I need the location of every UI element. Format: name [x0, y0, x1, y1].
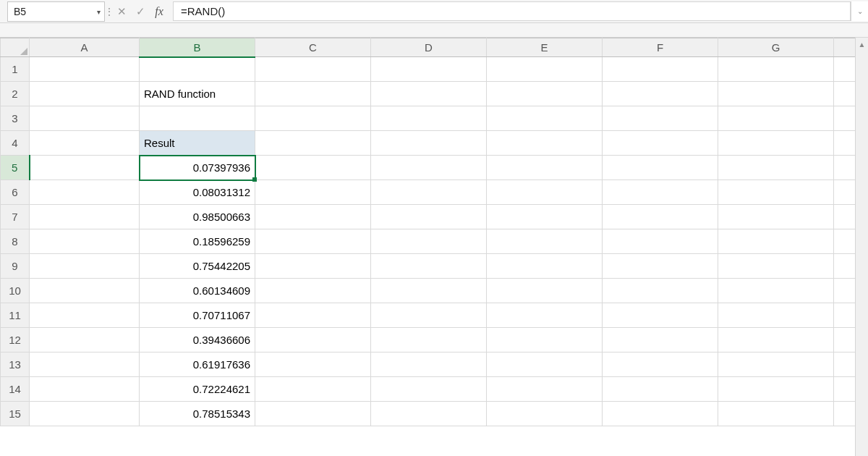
row-header-5[interactable]: 5	[1, 156, 30, 180]
col-header-D[interactable]: D	[371, 38, 487, 57]
cell-E1[interactable]	[487, 57, 603, 82]
cell-A5[interactable]	[30, 156, 140, 180]
cell-B7[interactable]: 0.98500663	[140, 205, 255, 229]
cell-A13[interactable]	[30, 352, 140, 377]
cell-E11[interactable]	[487, 303, 603, 328]
scroll-up-icon[interactable]: ▲	[856, 38, 868, 51]
cell-F6[interactable]	[603, 180, 718, 205]
cell-C10[interactable]	[255, 279, 371, 303]
cell-F15[interactable]	[603, 402, 718, 426]
row-header-4[interactable]: 4	[1, 131, 30, 156]
cell-D10[interactable]	[371, 279, 487, 303]
row-header-8[interactable]: 8	[1, 229, 30, 254]
cell-B1[interactable]	[140, 57, 255, 82]
confirm-icon[interactable]: ✓	[131, 1, 150, 21]
cell-G7[interactable]	[718, 205, 834, 229]
cell-D1[interactable]	[371, 57, 487, 82]
cell-C9[interactable]	[255, 254, 371, 279]
select-all-corner[interactable]	[1, 38, 30, 57]
cell-E6[interactable]	[487, 180, 603, 205]
cell-B13[interactable]: 0.61917636	[140, 352, 255, 377]
cell-D7[interactable]	[371, 205, 487, 229]
cell-B14[interactable]: 0.72224621	[140, 377, 255, 402]
cell-D2[interactable]	[371, 82, 487, 106]
cell-G6[interactable]	[718, 180, 834, 205]
spreadsheet-grid[interactable]: A B C D E F G H 1 2 RAND function 3	[0, 38, 868, 456]
name-box[interactable]: B5	[7, 1, 105, 22]
row-header-6[interactable]: 6	[1, 180, 30, 205]
cell-A6[interactable]	[30, 180, 140, 205]
cell-E15[interactable]	[487, 402, 603, 426]
cell-B10[interactable]: 0.60134609	[140, 279, 255, 303]
cell-E3[interactable]	[487, 106, 603, 131]
cell-G1[interactable]	[718, 57, 834, 82]
cell-D14[interactable]	[371, 377, 487, 402]
cell-C6[interactable]	[255, 180, 371, 205]
cell-B12[interactable]: 0.39436606	[140, 328, 255, 352]
cell-E9[interactable]	[487, 254, 603, 279]
expand-formula-bar-icon[interactable]: ⌄	[851, 1, 868, 21]
cell-E13[interactable]	[487, 352, 603, 377]
cell-C7[interactable]	[255, 205, 371, 229]
col-header-F[interactable]: F	[603, 38, 718, 57]
cell-E10[interactable]	[487, 279, 603, 303]
cell-C3[interactable]	[255, 106, 371, 131]
row-header-13[interactable]: 13	[1, 352, 30, 377]
cell-G10[interactable]	[718, 279, 834, 303]
col-header-G[interactable]: G	[718, 38, 834, 57]
cell-G12[interactable]	[718, 328, 834, 352]
cell-A15[interactable]	[30, 402, 140, 426]
cell-F10[interactable]	[603, 279, 718, 303]
cell-G15[interactable]	[718, 402, 834, 426]
row-header-3[interactable]: 3	[1, 106, 30, 131]
cell-B6[interactable]: 0.08031312	[140, 180, 255, 205]
cell-E2[interactable]	[487, 82, 603, 106]
cell-B5[interactable]: 0.07397936	[140, 156, 255, 180]
cell-F9[interactable]	[603, 254, 718, 279]
cell-E4[interactable]	[487, 131, 603, 156]
cell-F12[interactable]	[603, 328, 718, 352]
col-header-E[interactable]: E	[487, 38, 603, 57]
row-header-2[interactable]: 2	[1, 82, 30, 106]
row-header-10[interactable]: 10	[1, 279, 30, 303]
cell-F7[interactable]	[603, 205, 718, 229]
cell-A12[interactable]	[30, 328, 140, 352]
cell-E5[interactable]	[487, 156, 603, 180]
cell-C13[interactable]	[255, 352, 371, 377]
cell-D5[interactable]	[371, 156, 487, 180]
cell-C5[interactable]	[255, 156, 371, 180]
row-header-12[interactable]: 12	[1, 328, 30, 352]
cell-E7[interactable]	[487, 205, 603, 229]
cell-D12[interactable]	[371, 328, 487, 352]
cell-B8[interactable]: 0.18596259	[140, 229, 255, 254]
cell-E8[interactable]	[487, 229, 603, 254]
cell-E12[interactable]	[487, 328, 603, 352]
cancel-icon[interactable]: ✕	[112, 1, 131, 21]
cell-A10[interactable]	[30, 279, 140, 303]
cell-F11[interactable]	[603, 303, 718, 328]
cell-C12[interactable]	[255, 328, 371, 352]
cell-A11[interactable]	[30, 303, 140, 328]
cell-F4[interactable]	[603, 131, 718, 156]
cell-G4[interactable]	[718, 131, 834, 156]
cell-B4[interactable]: Result	[140, 131, 255, 156]
cell-G13[interactable]	[718, 352, 834, 377]
cell-A9[interactable]	[30, 254, 140, 279]
cell-D6[interactable]	[371, 180, 487, 205]
formula-input[interactable]: =RAND()	[173, 1, 851, 21]
cell-B3[interactable]	[140, 106, 255, 131]
row-header-7[interactable]: 7	[1, 205, 30, 229]
cell-B15[interactable]: 0.78515343	[140, 402, 255, 426]
vertical-scrollbar[interactable]: ▲	[855, 38, 868, 456]
cell-A2[interactable]	[30, 82, 140, 106]
cell-C11[interactable]	[255, 303, 371, 328]
cell-F3[interactable]	[603, 106, 718, 131]
cell-G2[interactable]	[718, 82, 834, 106]
cell-B9[interactable]: 0.75442205	[140, 254, 255, 279]
col-header-A[interactable]: A	[30, 38, 140, 57]
cell-A4[interactable]	[30, 131, 140, 156]
cell-D11[interactable]	[371, 303, 487, 328]
cell-D3[interactable]	[371, 106, 487, 131]
cell-A14[interactable]	[30, 377, 140, 402]
cell-D8[interactable]	[371, 229, 487, 254]
